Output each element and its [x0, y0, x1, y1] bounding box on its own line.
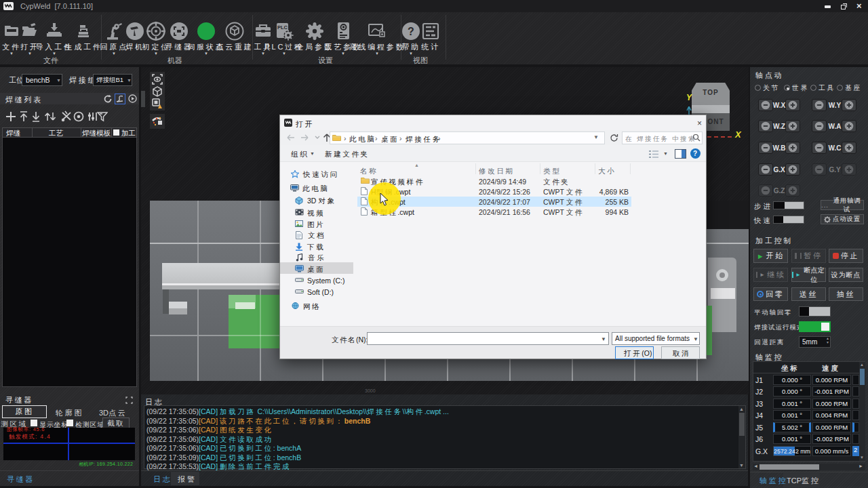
svg-text:PLC: PLC	[277, 24, 288, 30]
